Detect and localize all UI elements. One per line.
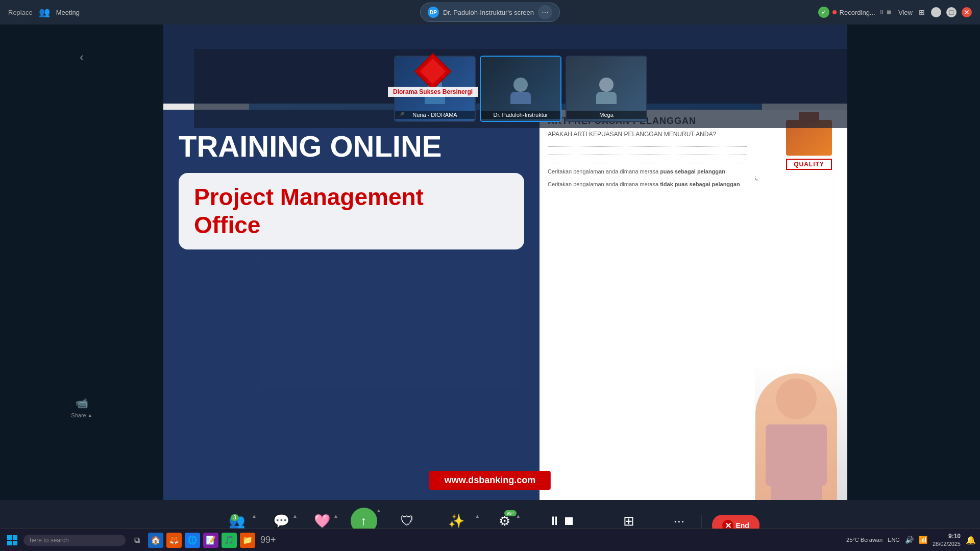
- lang-label: ENG: [888, 537, 900, 543]
- arti-section: ARTI KEPUASAN PELANGGAN APAKAH ARTI KEPU…: [540, 110, 755, 500]
- notification-icon[interactable]: 🔔: [966, 535, 976, 545]
- task-view-btn[interactable]: ⧉: [129, 532, 145, 548]
- taskbar-app-5[interactable]: 🎵: [222, 533, 237, 548]
- stop-icon: ⏹: [563, 514, 575, 528]
- maximize-btn[interactable]: □: [946, 7, 957, 17]
- replace-label[interactable]: Replace: [8, 9, 33, 16]
- svg-rect-10: [766, 424, 781, 486]
- arti-question: APAKAH ARTI KEPUASAN PELANGGAN MENURUT A…: [548, 131, 747, 138]
- ai-chevron[interactable]: ▲: [475, 513, 480, 519]
- close-btn[interactable]: ✕: [962, 7, 972, 17]
- dr-paduloh-name: Dr. Paduloh-Instruktur: [481, 111, 560, 119]
- taskbar-search[interactable]: here to search: [23, 535, 126, 546]
- svg-point-2: [513, 78, 528, 92]
- more-icon: ···: [674, 513, 685, 529]
- taskbar-right: 25°C Berawan ENG 🔊 📶 9:10 28/02/2025 🔔: [846, 533, 976, 548]
- svg-rect-15: [13, 541, 17, 545]
- taskbar-app-2[interactable]: 🦊: [166, 533, 182, 548]
- stamp-label: QUALITY: [786, 159, 832, 170]
- meeting-label: Meeting: [56, 9, 80, 16]
- svg-point-8: [776, 379, 817, 419]
- website-banner: www.dsbanking.com: [429, 471, 551, 490]
- minimize-btn[interactable]: —: [931, 7, 941, 17]
- svg-rect-11: [812, 424, 827, 486]
- arti-line-3: [548, 157, 747, 163]
- participants-icon-wrap: 👥 3: [229, 513, 245, 529]
- training-title: TRAINING ONLINE: [179, 130, 524, 163]
- participant-dr-paduloh: Dr. Paduloh-Instruktur: [480, 56, 561, 122]
- diorama-brand-text: Diorama Sukses Bersinergi: [388, 87, 478, 97]
- taskbar-app-1[interactable]: 🏠: [148, 533, 163, 548]
- mega-name: Mega: [567, 111, 646, 119]
- diorama-diamond-icon: [412, 51, 453, 92]
- chat-icon: 💬: [273, 513, 289, 529]
- green-check-icon: ✓: [818, 7, 829, 18]
- taskbar-badge: 99+: [258, 535, 278, 545]
- pause-icon: ⏸: [549, 514, 561, 528]
- arti-line-1: [548, 141, 747, 147]
- svg-point-4: [599, 78, 614, 92]
- taskbar-app-6[interactable]: 📁: [240, 533, 255, 548]
- person-area: [745, 363, 847, 500]
- arti-cerita-2: Ceritakan pengalaman anda dimana merasa …: [548, 180, 747, 189]
- screen-share-pill[interactable]: DP Dr. Paduloh-Instruktur's screen ···: [420, 3, 560, 22]
- video-icon: 📹: [76, 397, 88, 409]
- taskbar-app-4[interactable]: 📝: [203, 533, 218, 548]
- react-chevron[interactable]: ▲: [333, 513, 338, 519]
- apps-icon-wrap: ⚙ 99+: [499, 513, 510, 529]
- breakout-icon: ⊞: [623, 513, 634, 529]
- pmo-text-line1: Project Management Office: [194, 183, 509, 239]
- svg-rect-12: [7, 535, 12, 540]
- person-silhouette: [755, 373, 837, 500]
- view-label[interactable]: View: [898, 9, 913, 16]
- recording-indicator: ✓ Recording... ⏸ ⏹: [818, 7, 892, 18]
- participants-bar: 🎤 Nuria - DIORAMA Dr. Paduloh-Instruktur…: [194, 49, 847, 128]
- clock: 9:10 28/02/2025: [933, 533, 961, 548]
- training-overlay: TRAINING ONLINE Project Management Offic…: [163, 110, 540, 500]
- apps-badge: 99+: [504, 510, 516, 516]
- participant-mega: Mega: [566, 56, 647, 122]
- windows-icon: [7, 535, 17, 545]
- search-placeholder: here to search: [30, 537, 69, 544]
- taskbar-app-3[interactable]: 🌐: [185, 533, 200, 548]
- title-bar: Replace 👥 Meeting DP Dr. Paduloh-Instruk…: [0, 0, 980, 24]
- volume-icon[interactable]: 🔊: [905, 536, 914, 544]
- main-area: ‹ 📹 Share ▲ 🎤 Nuria - DIORAMA: [0, 24, 980, 500]
- pmo-line1: Project Management: [194, 184, 424, 210]
- recording-label: Recording...: [840, 9, 875, 16]
- slide-content: TRAINING ONLINE Project Management Offic…: [163, 110, 847, 500]
- react-icon: 🩷: [314, 513, 330, 529]
- share-chevron[interactable]: ▲: [376, 508, 381, 513]
- arti-cerita-1: Ceritakan pengalaman anda dimana merasa …: [548, 167, 747, 176]
- title-bar-left: Replace 👥 Meeting: [8, 7, 80, 18]
- screen-share-label: Dr. Paduloh-Instruktur's screen: [443, 9, 534, 16]
- left-panel: ‹ 📹 Share ▲: [0, 24, 163, 500]
- pmo-line2: Office: [194, 212, 260, 238]
- svg-rect-14: [7, 541, 12, 545]
- host-tools-icon: 🛡: [401, 513, 414, 529]
- svg-rect-5: [596, 92, 617, 104]
- chat-chevron[interactable]: ▲: [292, 513, 298, 519]
- title-bar-right: ✓ Recording... ⏸ ⏹ View ⊞ — □ ✕: [818, 7, 972, 18]
- rec-dot: [832, 10, 837, 14]
- slide-right: Manajemen Kualitas Proyek adalah proyek …: [540, 110, 847, 500]
- svg-rect-3: [510, 92, 531, 104]
- participants-count: 3: [231, 514, 239, 521]
- pause-stop-icons: ⏸ ⏹: [549, 514, 575, 528]
- network-icon: 📶: [919, 536, 927, 544]
- slide-area: TRAINING ONLINE Project Management Offic…: [163, 104, 847, 500]
- participants-chevron[interactable]: ▲: [252, 513, 257, 519]
- taskbar-left: here to search ⧉ 🏠 🦊 🌐 📝 🎵 📁 99+: [4, 532, 846, 548]
- start-btn[interactable]: [4, 532, 20, 548]
- nuria-name: Nuria - DIORAMA: [395, 111, 475, 119]
- left-nav-arrow[interactable]: ‹: [80, 50, 84, 64]
- svg-rect-13: [13, 535, 17, 540]
- apps-chevron[interactable]: ▲: [516, 513, 521, 519]
- weather-label: 25°C Berawan: [846, 537, 883, 543]
- window-controls: — □ ✕: [931, 7, 972, 17]
- title-bar-center: DP Dr. Paduloh-Instruktur's screen ···: [420, 3, 560, 22]
- diorama-brand: Diorama Sukses Bersinergi: [388, 51, 478, 97]
- ai-companion-icon: ✨: [448, 513, 464, 529]
- screen-share-more-btn[interactable]: ···: [538, 5, 552, 19]
- date-display: 28/02/2025: [933, 540, 961, 547]
